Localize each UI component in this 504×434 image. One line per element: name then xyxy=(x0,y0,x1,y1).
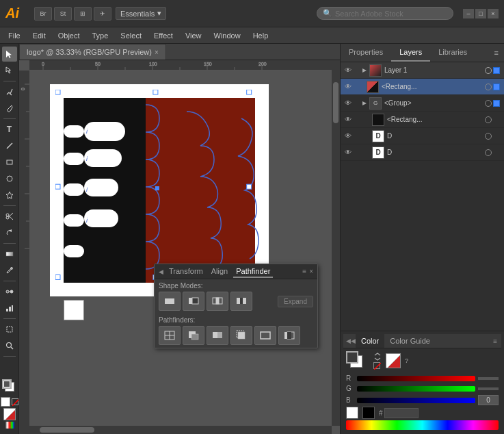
stock-icon[interactable]: St xyxy=(54,7,72,21)
tool-star[interactable] xyxy=(2,188,17,203)
tool-pen[interactable] xyxy=(2,84,17,99)
artboard-wrapper[interactable]: i i i i xyxy=(29,71,332,426)
tool-select[interactable] xyxy=(2,47,17,62)
collapse-left[interactable]: ◀ xyxy=(159,268,163,275)
minimize-button[interactable]: – xyxy=(463,9,474,18)
doc-tab-logo[interactable]: logo* @ 33.33% (RGB/GPU Preview) × xyxy=(19,44,166,60)
hex-input[interactable] xyxy=(384,408,419,418)
horizontal-scroll-thumb[interactable] xyxy=(40,427,94,433)
minus-front-button[interactable] xyxy=(183,292,204,311)
tab-color[interactable]: Color xyxy=(356,334,384,348)
r-value[interactable] xyxy=(478,377,499,380)
tool-eyedropper[interactable] xyxy=(2,263,17,278)
r-slider[interactable] xyxy=(357,376,475,381)
close-button[interactable]: × xyxy=(488,9,499,18)
rect1-target[interactable] xyxy=(485,84,492,90)
visibility-eye-rect1[interactable]: 👁 xyxy=(343,82,353,92)
crop-button[interactable] xyxy=(230,326,252,345)
maximize-button[interactable]: □ xyxy=(475,9,486,18)
visibility-eye-d2[interactable]: 👁 xyxy=(343,148,353,157)
tool-graph[interactable] xyxy=(2,301,17,316)
g-value[interactable] xyxy=(478,387,499,390)
tool-rect[interactable] xyxy=(2,155,17,170)
sync-icon[interactable]: ✈ xyxy=(94,7,111,21)
expand-button[interactable]: Expand xyxy=(278,296,313,307)
exclude-button[interactable] xyxy=(230,292,252,311)
stroke-preview[interactable] xyxy=(346,351,358,363)
b-slider[interactable] xyxy=(357,398,475,403)
workspace-selector[interactable]: Essentials ▾ xyxy=(116,7,166,20)
horizontal-scrollbar[interactable] xyxy=(19,426,332,434)
tool-direct-select[interactable] xyxy=(2,63,17,78)
visibility-eye-group[interactable]: 👁 xyxy=(343,99,353,108)
tab-properties[interactable]: Properties xyxy=(341,44,391,62)
layer-row-group[interactable]: 👁 G <Group> xyxy=(341,95,504,112)
tab-libraries[interactable]: Libraries xyxy=(430,44,475,62)
unite-button[interactable] xyxy=(159,292,181,311)
layer-row-rect1[interactable]: 👁 <Rectang... xyxy=(341,79,504,95)
tab-transform[interactable]: Transform xyxy=(166,266,206,278)
tool-gradient[interactable] xyxy=(2,246,17,261)
color-panel-menu[interactable]: ≡ xyxy=(492,336,499,346)
menu-type[interactable]: Type xyxy=(87,30,114,41)
layer-row-d1[interactable]: 👁 D D xyxy=(341,128,504,144)
canvas-container[interactable]: 0 50 100 150 200 xyxy=(19,60,340,434)
white-swatch[interactable] xyxy=(1,397,10,407)
tool-type[interactable]: T xyxy=(2,122,17,137)
layer1-target[interactable] xyxy=(485,67,492,74)
collapse-arrow[interactable]: ◀◀ xyxy=(346,337,356,344)
menu-file[interactable]: File xyxy=(3,30,26,41)
tab-color-guide[interactable]: Color Guide xyxy=(384,334,436,348)
tool-ellipse[interactable] xyxy=(2,171,17,186)
pathfinder-menu[interactable]: ≡ xyxy=(302,268,306,275)
g-slider[interactable] xyxy=(357,386,475,392)
minus-back-button[interactable] xyxy=(278,326,300,345)
tool-rotate[interactable] xyxy=(2,225,17,240)
tool-scissors[interactable] xyxy=(2,209,17,224)
intersect-button[interactable] xyxy=(207,292,228,311)
white-color-swatch[interactable] xyxy=(64,300,84,320)
visibility-eye-layer1[interactable]: 👁 xyxy=(343,66,353,75)
d2-target[interactable] xyxy=(485,149,492,156)
layer-row-rect2[interactable]: 👁 <Rectang... xyxy=(341,112,504,128)
stock-search-input[interactable] xyxy=(335,10,447,18)
stock-search-bar[interactable]: 🔍 xyxy=(317,7,453,20)
tab-pathfinder[interactable]: Pathfinder xyxy=(233,266,273,278)
layer-row-layer1[interactable]: 👁 Layer 1 xyxy=(341,62,504,79)
vertical-scrollbar[interactable] xyxy=(332,60,340,426)
none-fill-icon[interactable] xyxy=(373,362,380,369)
menu-effect[interactable]: Effect xyxy=(148,30,178,41)
layout-icon[interactable]: ⊞ xyxy=(74,7,92,21)
color-warning-indicator[interactable] xyxy=(386,353,401,368)
stroke-box[interactable] xyxy=(2,379,12,389)
panel-menu-icon[interactable]: ≡ xyxy=(489,46,504,60)
close-tab-button[interactable]: × xyxy=(155,49,159,56)
bridge-icon[interactable]: Br xyxy=(34,7,52,21)
color-bar[interactable] xyxy=(5,422,14,429)
menu-select[interactable]: Select xyxy=(115,30,147,41)
merge-button[interactable] xyxy=(207,326,228,345)
group-expand[interactable] xyxy=(361,100,368,107)
b-value[interactable]: 0 xyxy=(478,395,499,405)
visibility-eye-rect2[interactable]: 👁 xyxy=(343,115,353,125)
visibility-eye-d1[interactable]: 👁 xyxy=(343,131,353,141)
swap-icon[interactable] xyxy=(373,353,382,361)
rect2-target[interactable] xyxy=(485,116,492,123)
menu-help[interactable]: Help xyxy=(248,30,274,41)
pathfinder-close[interactable]: × xyxy=(309,268,313,275)
divide-button[interactable] xyxy=(159,326,181,345)
menu-edit[interactable]: Edit xyxy=(27,30,51,41)
tab-align[interactable]: Align xyxy=(209,266,230,278)
tool-blend[interactable] xyxy=(2,284,17,299)
d1-target[interactable] xyxy=(485,133,492,140)
tool-line[interactable] xyxy=(2,138,17,153)
tab-layers[interactable]: Layers xyxy=(391,44,430,62)
layer-row-d2[interactable]: 👁 D D xyxy=(341,144,504,161)
none-swatch[interactable] xyxy=(12,398,18,405)
color-spectrum[interactable] xyxy=(346,420,499,430)
menu-view[interactable]: View xyxy=(180,30,207,41)
menu-window[interactable]: Window xyxy=(209,30,246,41)
expand-arrow[interactable] xyxy=(361,67,368,74)
tool-zoom[interactable] xyxy=(2,338,17,353)
vertical-scroll-thumb[interactable] xyxy=(333,82,339,123)
